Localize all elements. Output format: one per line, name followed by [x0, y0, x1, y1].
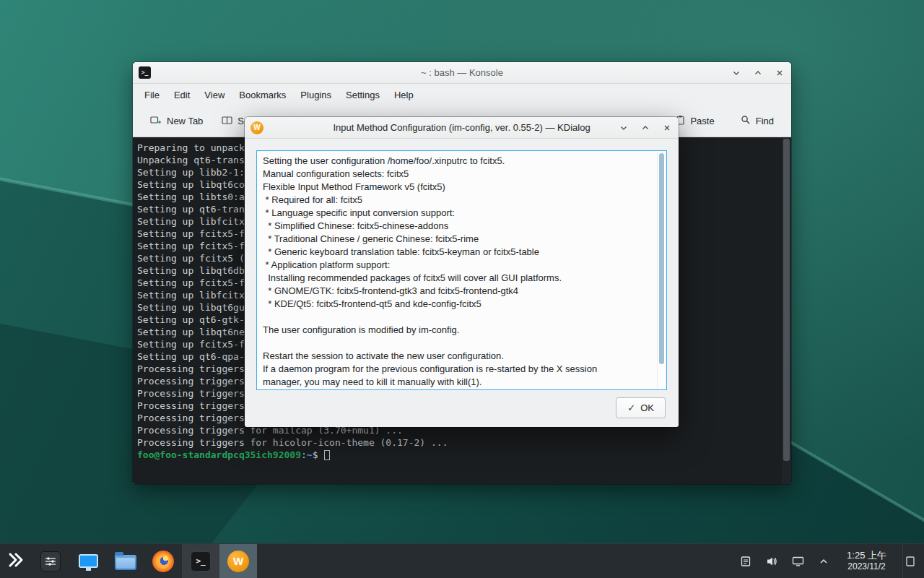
- find-button[interactable]: Find: [735, 111, 780, 131]
- prompt-dollar: $: [313, 449, 318, 460]
- show-desktop-button[interactable]: [902, 544, 917, 578]
- ok-button[interactable]: ✓ OK: [616, 397, 666, 418]
- dialog-message-text: Setting the user configuration /home/foo…: [257, 151, 666, 390]
- im-config-dialog: W Input Method Configuration (im-config,…: [245, 117, 679, 427]
- konsole-titlebar[interactable]: >_ ~ : bash — Konsole: [133, 62, 791, 84]
- dialog-scrollbar[interactable]: [657, 152, 666, 389]
- taskbar-item-tweaks[interactable]: [32, 544, 69, 578]
- konsole-app-icon: >_: [139, 66, 151, 79]
- prompt-colon: :: [301, 449, 307, 460]
- clock-time: 1:25 上午: [847, 550, 886, 561]
- tray-expand-icon[interactable]: [816, 554, 831, 569]
- firefox-icon: [152, 551, 174, 572]
- dialog-close-icon[interactable]: [661, 122, 673, 134]
- ok-button-label: OK: [640, 402, 654, 413]
- menu-edit[interactable]: Edit: [167, 87, 197, 103]
- plasma-launcher-icon: [6, 551, 25, 572]
- menu-help[interactable]: Help: [387, 87, 421, 103]
- app-launcher-button[interactable]: [0, 544, 32, 578]
- clock[interactable]: 1:25 上午 2023/11/2: [842, 550, 891, 572]
- dialog-minimize-icon[interactable]: [618, 122, 629, 134]
- dialog-line: * Traditional Chinese / generic Chinese:…: [263, 233, 650, 246]
- dialog-line: Flexible Input Method Framework v5 (fcit…: [263, 181, 650, 194]
- terminal-line: Processing triggers for hicolor-icon-the…: [137, 436, 780, 449]
- dialog-line: Manual configuration selects: fcitx5: [263, 168, 650, 181]
- taskbar-panel: >_ W 1:25 上午 2023/11/2: [0, 543, 924, 578]
- prompt-user-host: foo@foo-standardpcq35ich92009: [137, 449, 301, 460]
- konsole-menubar: File Edit View Bookmarks Plugins Setting…: [133, 84, 791, 105]
- dialog-line: manager, you may need to kill it manuall…: [263, 376, 650, 389]
- konsole-icon: >_: [191, 551, 211, 571]
- im-config-task-icon: W: [227, 551, 249, 572]
- dialog-line: [263, 311, 650, 324]
- terminal-scrollbar-thumb[interactable]: [783, 139, 790, 461]
- clipboard-tray-icon[interactable]: [738, 554, 753, 569]
- dialog-line: * Required for all: fcitx5: [263, 194, 650, 207]
- minimize-icon[interactable]: [731, 67, 742, 79]
- dialog-line: * Simplified Chinese: fcitx5-chinese-add…: [263, 220, 650, 233]
- taskbar-task-kdialog[interactable]: W: [219, 544, 257, 578]
- volume-icon[interactable]: [764, 554, 779, 569]
- prompt-path: ~: [307, 449, 313, 460]
- dialog-line: Installing recommended packages of fcitx…: [263, 272, 650, 285]
- taskbar-item-display[interactable]: [69, 544, 107, 578]
- im-config-app-icon: W: [250, 121, 263, 134]
- menu-bookmarks[interactable]: Bookmarks: [232, 87, 293, 103]
- paste-label: Paste: [690, 116, 714, 126]
- menu-file[interactable]: File: [137, 87, 167, 103]
- dialog-titlebar[interactable]: W Input Method Configuration (im-config,…: [245, 117, 679, 139]
- close-icon[interactable]: [774, 67, 785, 79]
- dialog-title: Input Method Configuration (im-config, v…: [245, 122, 679, 133]
- clock-date: 2023/11/2: [847, 561, 886, 572]
- dialog-line: See im-config(8) and /usr/share/doc/im-c…: [263, 389, 650, 390]
- display-tray-icon[interactable]: [790, 554, 805, 569]
- find-label: Find: [756, 116, 774, 126]
- taskbar-item-firefox[interactable]: [144, 544, 182, 578]
- dialog-line: * Generic keyboard translation table: fc…: [263, 246, 650, 259]
- desktop: >_ ~ : bash — Konsole File Edit View Boo…: [0, 0, 924, 578]
- folder-icon: [115, 555, 136, 570]
- dialog-line: If a daemon program for the previous con…: [263, 363, 650, 376]
- split-view-icon: [222, 116, 232, 127]
- display-app-icon: [79, 554, 98, 568]
- new-tab-icon: [150, 116, 162, 127]
- maximize-icon[interactable]: [752, 67, 764, 79]
- menu-settings[interactable]: Settings: [339, 87, 387, 103]
- terminal-prompt: foo@foo-standardpcq35ich92009:~$: [137, 449, 780, 461]
- system-tray: 1:25 上午 2023/11/2: [738, 544, 924, 578]
- dialog-scrollbar-thumb[interactable]: [659, 153, 664, 364]
- dialog-line: Restart the session to activate the new …: [263, 350, 650, 363]
- dialog-line: The user configuration is modified by im…: [263, 324, 650, 337]
- new-tab-label: New Tab: [167, 116, 203, 126]
- terminal-scrollbar[interactable]: [782, 137, 791, 484]
- dialog-message-area[interactable]: Setting the user configuration /home/foo…: [256, 150, 667, 390]
- konsole-window-title: ~ : bash — Konsole: [133, 67, 791, 78]
- taskbar-item-files[interactable]: [107, 544, 144, 578]
- menu-view[interactable]: View: [197, 87, 232, 103]
- new-tab-button[interactable]: New Tab: [144, 111, 209, 131]
- menu-plugins[interactable]: Plugins: [293, 87, 339, 103]
- terminal-cursor: [324, 450, 330, 460]
- taskbar-task-konsole[interactable]: >_: [182, 544, 219, 578]
- sliders-icon: [40, 551, 61, 571]
- dialog-line: * Application platform support:: [263, 259, 650, 272]
- find-icon: [741, 115, 751, 127]
- dialog-maximize-icon[interactable]: [640, 122, 651, 134]
- dialog-line: * GNOME/GTK: fcitx5-frontend-gtk3 and fc…: [263, 285, 650, 298]
- dialog-line: * Language specific input conversion sup…: [263, 207, 650, 220]
- dialog-line: Setting the user configuration /home/foo…: [263, 155, 650, 168]
- dialog-line: * KDE/Qt5: fcitx5-frontend-qt5 and kde-c…: [263, 298, 650, 311]
- dialog-line: [263, 337, 650, 350]
- checkmark-icon: ✓: [627, 402, 635, 413]
